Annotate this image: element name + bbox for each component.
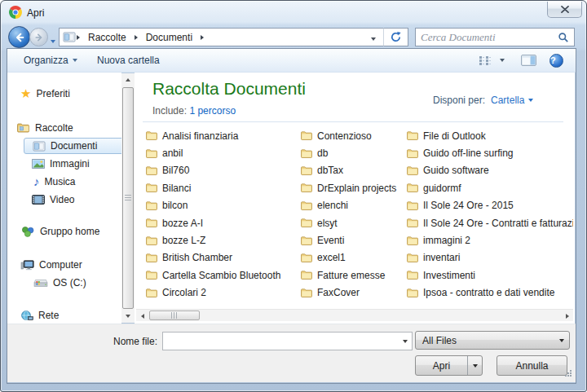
filename-input[interactable] — [163, 333, 399, 350]
filetype-dropdown[interactable]: All Files — [415, 331, 570, 350]
breadcrumb-separator-icon[interactable] — [77, 35, 80, 40]
back-button[interactable] — [8, 26, 30, 48]
sidebar-item-label: Documenti — [51, 140, 97, 152]
breadcrumb-separator-icon[interactable] — [201, 35, 204, 40]
file-list-pane: Raccolta Documenti Include: 1 percorso D… — [135, 73, 575, 324]
chevron-down-icon — [528, 99, 533, 102]
sidebar-item-gruppo-home[interactable]: Gruppo home — [7, 223, 121, 240]
file-list-item[interactable]: File di Outlook — [407, 127, 573, 144]
breadcrumb-documenti[interactable]: Documenti — [139, 32, 200, 43]
file-list-item[interactable]: Ipsoa - contratto e dati vendite — [407, 284, 573, 302]
file-list-item[interactable]: Il Sole 24 Ore - 2015 — [407, 197, 573, 214]
libraries-folder-icon — [17, 123, 30, 133]
file-list-item[interactable]: Bilanci — [146, 179, 298, 196]
file-list-item[interactable]: immagini 2 — [407, 231, 573, 249]
sidebar-item-raccolte[interactable]: Raccolte — [7, 120, 121, 136]
folder-icon — [407, 253, 418, 262]
file-list-item[interactable]: Circolari 2 — [146, 284, 298, 302]
file-list-item[interactable]: Contenzioso — [301, 127, 405, 144]
scroll-left-button[interactable] — [136, 310, 148, 322]
file-column-1: Analisi finanziaria anbil Bil760 Bilanci — [146, 127, 298, 302]
sidebar-item-computer[interactable]: Computer — [7, 257, 121, 273]
sidebar-item-video[interactable]: Video — [7, 192, 121, 208]
filename-dropdown-caret[interactable] — [399, 340, 412, 343]
file-list-item[interactable]: Cartella Scambio Bluetooth — [146, 266, 298, 284]
sidebar-item-musica[interactable]: ♪ Musica — [7, 174, 121, 190]
arrange-by-dropdown[interactable]: Cartella — [491, 95, 533, 106]
file-list-item[interactable]: elenchi — [301, 197, 405, 214]
folder-icon — [407, 236, 418, 245]
file-list-item[interactable]: Investimenti — [407, 266, 573, 284]
file-list-item[interactable]: anbil — [146, 144, 298, 161]
open-options-caret[interactable] — [467, 356, 482, 375]
address-breadcrumb-bar[interactable]: Raccolte Documenti — [59, 28, 384, 46]
scroll-down-button[interactable] — [121, 310, 135, 323]
thumb-grip-icon — [171, 312, 179, 319]
include-locations-link[interactable]: 1 percorso — [189, 105, 236, 117]
resize-grip-icon[interactable] — [564, 368, 572, 380]
file-list-item[interactable]: Il Sole 24 Ore - Contratti e fatturazion… — [407, 214, 573, 231]
file-list-item[interactable]: Guido software — [407, 162, 573, 179]
scrollbar-thumb[interactable] — [149, 311, 200, 320]
file-list-item[interactable]: Analisi finanziaria — [146, 127, 298, 144]
search-box — [415, 28, 575, 46]
scroll-up-button[interactable] — [121, 73, 135, 86]
file-list-item[interactable]: Eventi — [301, 231, 405, 249]
folder-icon — [301, 131, 312, 140]
organize-menu-button[interactable]: Organizza — [19, 49, 82, 72]
folder-icon — [407, 149, 418, 158]
search-input[interactable] — [421, 31, 558, 44]
thumb-grip-icon — [125, 195, 131, 201]
file-list-item[interactable]: Guido off-line surfing — [407, 144, 573, 161]
sidebar-item-preferiti[interactable]: ★ Preferiti — [7, 86, 121, 102]
search-icon[interactable] — [558, 32, 569, 43]
open-button-label[interactable]: Apri — [416, 356, 467, 375]
sidebar-item-os-c[interactable]: OS (C:) — [7, 275, 121, 291]
breadcrumb-separator-icon[interactable] — [135, 35, 138, 40]
sidebar-item-immagini[interactable]: Immagini — [7, 156, 121, 172]
scrollbar-thumb[interactable] — [122, 87, 134, 309]
views-caret-icon[interactable] — [500, 59, 505, 62]
file-item-label: elsyt — [317, 218, 338, 229]
file-list-item[interactable]: dbTax — [301, 162, 405, 179]
open-split-button[interactable]: Apri — [415, 355, 483, 376]
filetype-value: All Files — [416, 335, 554, 346]
sidebar-item-rete[interactable]: Rete — [7, 307, 121, 324]
help-icon[interactable]: ? — [549, 54, 563, 68]
file-item-label: Investimenti — [423, 270, 475, 281]
address-dropdown-caret[interactable] — [371, 32, 376, 43]
file-list-item[interactable]: db — [301, 144, 405, 161]
close-button[interactable] — [547, 2, 582, 18]
new-folder-button[interactable]: Nuova cartella — [92, 49, 165, 72]
file-list-item[interactable]: excel1 — [301, 249, 405, 266]
file-list-item[interactable]: bozze L-Z — [146, 231, 298, 249]
sidebar-item-label: Rete — [38, 310, 59, 321]
folder-icon — [146, 236, 157, 245]
triangle-down-icon — [126, 315, 130, 318]
preview-pane-icon[interactable] — [521, 55, 536, 66]
file-list-item[interactable]: guidormf — [407, 179, 573, 196]
refresh-button[interactable] — [383, 28, 408, 46]
folder-icon — [301, 201, 312, 210]
breadcrumb-raccolte[interactable]: Raccolte — [81, 32, 134, 43]
file-list-item[interactable]: Bil760 — [146, 162, 298, 179]
file-list-item[interactable]: DrExplain projects — [301, 179, 405, 196]
file-list-item[interactable]: bilcon — [146, 197, 298, 214]
cancel-button[interactable]: Annulla — [497, 355, 567, 376]
file-list-item[interactable]: Fatture emesse — [301, 266, 405, 284]
file-list-item[interactable]: elsyt — [301, 214, 405, 231]
views-icon[interactable] — [478, 55, 492, 66]
file-list-item[interactable]: British Chamber — [146, 249, 298, 266]
recent-pages-caret[interactable] — [51, 34, 55, 46]
open-file-dialog: Apri Raccolte Documenti Organizza — [0, 0, 587, 392]
file-list-item[interactable]: bozze A-I — [146, 214, 298, 231]
sidebar-scrollbar[interactable] — [121, 73, 135, 323]
sidebar-item-documenti[interactable]: Documenti — [24, 138, 125, 154]
file-list-horizontal-scrollbar[interactable] — [136, 309, 573, 321]
arrange-by-value: Cartella — [491, 95, 524, 106]
scroll-right-button[interactable] — [561, 310, 573, 322]
folder-icon — [301, 253, 312, 262]
file-list-item[interactable]: FaxCover — [301, 284, 405, 302]
forward-button[interactable] — [29, 28, 48, 46]
file-list-item[interactable]: inventari — [407, 249, 573, 266]
